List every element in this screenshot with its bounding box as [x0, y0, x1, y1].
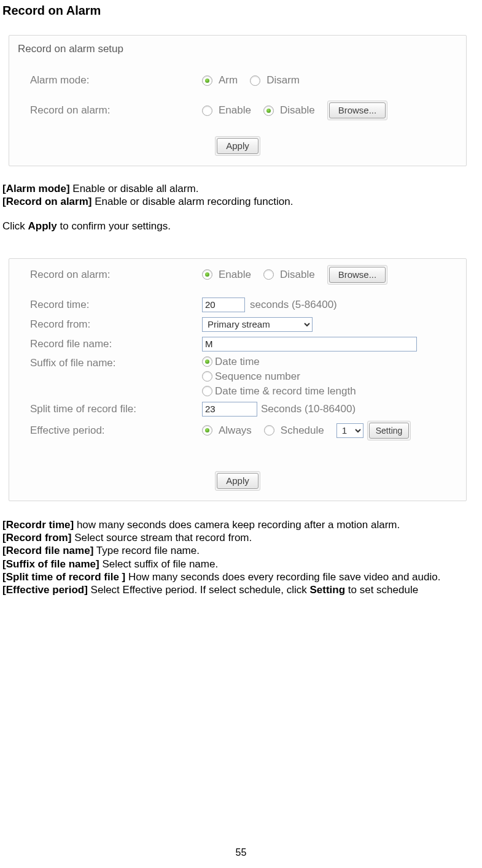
label-record-on-alarm-2: Record on alarm: [18, 269, 202, 281]
option-suffix-datetime-length: Date time & record time length [215, 385, 356, 398]
option-disable-label: Disable [280, 104, 315, 117]
browse-button-wrap-2: Browse... [327, 265, 388, 285]
page-title: Record on Alarm [2, 4, 482, 18]
radio-effective-schedule[interactable] [264, 425, 274, 436]
desc-record-time-text: how many seconds does camera keep record… [74, 519, 400, 531]
option-suffix-sequence: Sequence number [215, 371, 300, 383]
browse-button-2[interactable]: Browse... [329, 267, 386, 283]
option-arm-label: Arm [219, 74, 238, 86]
radio-alarm-mode-disarm[interactable] [250, 75, 260, 86]
desc-effective-text-2: to set schedule [345, 584, 418, 596]
desc-split-time-text: How many seconds does every recording fi… [125, 571, 440, 583]
desc-apply-pre: Click [2, 220, 28, 232]
radio-suffix-datetime[interactable] [202, 356, 212, 367]
description-block-2: [Recordr time] how many seconds does cam… [2, 518, 480, 597]
desc-apply-bold: Apply [28, 220, 57, 232]
option-always-label: Always [219, 424, 252, 437]
label-split-time: Split time of record file: [18, 403, 202, 415]
setting-button[interactable]: Setting [369, 423, 410, 439]
label-record-from: Record from: [18, 318, 202, 331]
unit-record-time: seconds (5-86400) [250, 299, 337, 311]
desc-record-file-name-text: Type record file name. [93, 545, 200, 556]
radio-alarm-mode-arm[interactable] [202, 75, 212, 86]
browse-button[interactable]: Browse... [329, 102, 386, 118]
radio-roa2-enable[interactable] [202, 269, 212, 280]
option-schedule-label: Schedule [281, 424, 324, 437]
desc-record-on-alarm-key: [Record on alarm] [2, 196, 91, 207]
select-record-from[interactable]: Primary stream [202, 317, 313, 332]
radio-roa-disable[interactable] [263, 106, 274, 116]
label-record-time: Record time: [18, 299, 202, 311]
desc-split-time-key: [Split time of record file ] [2, 571, 125, 583]
desc-effective-text-1: Select Effective period. If select sched… [88, 584, 310, 596]
label-effective-period: Effective period: [18, 424, 202, 437]
desc-suffix-text: Select suffix of file name. [99, 558, 218, 570]
option-suffix-datetime: Date time [215, 356, 260, 368]
label-suffix: Suffix of file name: [18, 356, 202, 369]
setting-button-wrap: Setting [367, 421, 411, 440]
panel-header: Record on alarm setup [18, 43, 457, 55]
apply-button-wrap-2: Apply [215, 471, 260, 491]
page-number: 55 [0, 847, 482, 858]
radio-effective-always[interactable] [202, 425, 212, 436]
radio-roa-enable[interactable] [202, 106, 212, 116]
desc-alarm-mode-key: [Alarm mode] [2, 183, 70, 194]
apply-button[interactable]: Apply [217, 138, 258, 154]
panel-record-on-alarm-setup: Record on alarm setup Alarm mode: Arm Di… [9, 35, 467, 166]
desc-effective-setting-bold: Setting [309, 584, 345, 596]
option-enable-label: Enable [219, 104, 251, 117]
label-record-on-alarm: Record on alarm: [18, 104, 202, 117]
radio-suffix-sequence[interactable] [202, 371, 212, 382]
label-record-file-name: Record file name: [18, 338, 202, 350]
apply-button-wrap: Apply [215, 136, 260, 156]
input-record-time[interactable] [202, 298, 245, 312]
option-enable-label-2: Enable [219, 269, 251, 281]
panel-record-on-alarm-detail: Record on alarm: Enable Disable Browse..… [9, 258, 467, 501]
desc-apply-post: to confirm your settings. [57, 220, 171, 232]
browse-button-wrap: Browse... [327, 101, 388, 120]
desc-record-time-key: [Recordr time] [2, 519, 74, 531]
input-record-file-name[interactable] [202, 337, 417, 351]
input-split-time[interactable] [202, 402, 257, 417]
desc-alarm-mode-text: Enable or disable all alarm. [70, 183, 199, 194]
desc-record-on-alarm-text: Enable or disable alarm recording functi… [91, 196, 293, 207]
radio-suffix-datetime-length[interactable] [202, 386, 212, 396]
option-disarm-label: Disarm [266, 74, 300, 86]
desc-suffix-key: [Suffix of file name] [2, 558, 99, 570]
select-schedule-index[interactable]: 1 [336, 423, 363, 438]
desc-record-from-key: [Record from] [2, 532, 71, 543]
desc-record-from-text: Select source stream that record from. [71, 532, 252, 543]
label-alarm-mode: Alarm mode: [18, 74, 202, 86]
option-disable-label-2: Disable [280, 269, 315, 281]
apply-button-2[interactable]: Apply [217, 473, 258, 489]
unit-split-time: Seconds (10-86400) [261, 403, 356, 415]
desc-record-file-name-key: [Record file name] [2, 545, 93, 556]
description-block-1: [Alarm mode] Enable or disable all alarm… [2, 182, 480, 232]
radio-roa2-disable[interactable] [263, 269, 274, 280]
desc-effective-key: [Effective period] [2, 584, 88, 596]
